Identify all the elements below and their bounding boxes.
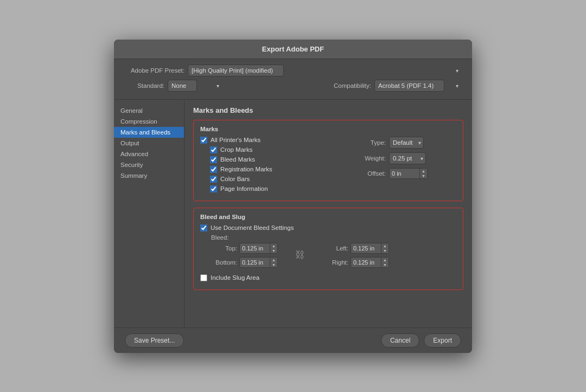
sidebar-item-output[interactable]: Output bbox=[114, 138, 184, 149]
sidebar-item-summary[interactable]: Summary bbox=[114, 170, 184, 181]
sidebar-item-marks-and-bleeds[interactable]: Marks and Bleeds bbox=[114, 127, 184, 138]
right-input[interactable] bbox=[351, 259, 381, 266]
marks-layout: All Printer's Marks Crop Marks Bleed Mar… bbox=[200, 137, 456, 195]
all-printers-marks-checkbox[interactable] bbox=[200, 137, 207, 144]
type-select[interactable]: Default J Mark Roman bbox=[389, 137, 424, 149]
registration-marks-label[interactable]: Registration Marks bbox=[220, 166, 272, 172]
weight-select[interactable]: 0.125 pt 0.25 pt 0.50 pt bbox=[389, 152, 426, 164]
type-select-wrapper: Default J Mark Roman bbox=[389, 137, 424, 149]
use-doc-bleed-checkbox[interactable] bbox=[200, 224, 207, 232]
cancel-button[interactable]: Cancel bbox=[381, 333, 419, 348]
offset-spinbox: ▲ ▼ bbox=[389, 168, 428, 179]
offset-down-button[interactable]: ▼ bbox=[420, 173, 427, 178]
standard-select[interactable]: None bbox=[168, 80, 197, 92]
sidebar-item-security[interactable]: Security bbox=[114, 159, 184, 170]
crop-marks-row: Crop Marks bbox=[210, 146, 351, 153]
include-slug-label[interactable]: Include Slug Area bbox=[211, 274, 259, 281]
right-label: Right: bbox=[322, 259, 348, 266]
right-up-button[interactable]: ▲ bbox=[381, 258, 388, 262]
top-arrows: ▲ ▼ bbox=[270, 243, 277, 253]
preset-select[interactable]: [High Quality Print] (modified) bbox=[188, 65, 284, 76]
top-input[interactable] bbox=[240, 245, 270, 252]
sidebar-item-general[interactable]: General bbox=[114, 105, 184, 116]
bleed-marks-checkbox[interactable] bbox=[210, 156, 217, 163]
bottom-label: Bottom: bbox=[211, 259, 237, 266]
top-up-button[interactable]: ▲ bbox=[270, 243, 277, 248]
dialog-title: Export Adobe PDF bbox=[114, 40, 472, 59]
use-doc-bleed-row: Use Document Bleed Settings bbox=[200, 224, 456, 232]
standard-label: Standard: bbox=[125, 82, 164, 89]
save-preset-button[interactable]: Save Preset... bbox=[125, 333, 184, 348]
page-information-checkbox[interactable] bbox=[210, 185, 217, 192]
preset-select-wrapper: [High Quality Print] (modified) bbox=[188, 65, 461, 76]
color-bars-label[interactable]: Color Bars bbox=[220, 176, 250, 182]
export-pdf-dialog: Export Adobe PDF Adobe PDF Preset: [High… bbox=[114, 40, 472, 353]
bottom-spinbox: ▲ ▼ bbox=[239, 257, 278, 268]
offset-up-button[interactable]: ▲ bbox=[420, 169, 427, 173]
page-information-label[interactable]: Page Information bbox=[220, 185, 268, 192]
offset-input[interactable] bbox=[390, 170, 419, 177]
registration-marks-row: Registration Marks bbox=[210, 166, 351, 173]
export-button[interactable]: Export bbox=[424, 333, 461, 348]
preset-row: Adobe PDF Preset: [High Quality Print] (… bbox=[125, 65, 461, 76]
left-up-button[interactable]: ▲ bbox=[381, 243, 388, 248]
bleed-slug-group: Bleed and Slug Use Document Bleed Settin… bbox=[193, 208, 463, 290]
footer-left: Save Preset... bbox=[125, 333, 381, 348]
bottom-input[interactable] bbox=[240, 259, 270, 266]
bleed-slug-title: Bleed and Slug bbox=[200, 214, 456, 220]
include-slug-row: Include Slug Area bbox=[200, 274, 456, 281]
color-bars-row: Color Bars bbox=[210, 176, 351, 183]
preset-label: Adobe PDF Preset: bbox=[125, 67, 184, 74]
left-down-button[interactable]: ▼ bbox=[381, 248, 388, 253]
registration-marks-checkbox[interactable] bbox=[210, 166, 217, 173]
sidebar: General Compression Marks and Bleeds Out… bbox=[114, 100, 184, 327]
compatibility-label: Compatibility: bbox=[334, 82, 371, 89]
marks-side-controls: Type: Default J Mark Roman We bbox=[356, 137, 456, 195]
use-doc-bleed-label[interactable]: Use Document Bleed Settings bbox=[211, 224, 294, 231]
link-icon: ⛓ bbox=[296, 249, 304, 261]
marks-checkboxes: All Printer's Marks Crop Marks Bleed Mar… bbox=[200, 137, 351, 195]
marks-group: Marks All Printer's Marks Crop Marks bbox=[193, 120, 463, 201]
bottom-arrows: ▲ ▼ bbox=[270, 258, 277, 267]
bottom-down-button[interactable]: ▼ bbox=[270, 262, 277, 267]
all-printers-marks-label[interactable]: All Printer's Marks bbox=[211, 137, 260, 143]
main-content: Marks and Bleeds Marks All Printer's Mar… bbox=[184, 100, 472, 327]
standard-row: Standard: None Compatibility: Acrobat 5 … bbox=[125, 80, 461, 92]
top-spinbox: ▲ ▼ bbox=[239, 243, 278, 254]
page-information-row: Page Information bbox=[210, 185, 351, 192]
crop-marks-label[interactable]: Crop Marks bbox=[220, 146, 252, 153]
compatibility-select-wrapper: Acrobat 5 (PDF 1.4) bbox=[374, 80, 461, 92]
body-area: General Compression Marks and Bleeds Out… bbox=[114, 100, 472, 327]
top-down-button[interactable]: ▼ bbox=[270, 248, 277, 253]
right-spinbox: ▲ ▼ bbox=[351, 257, 389, 268]
left-label: Left: bbox=[322, 245, 348, 252]
right-arrows: ▲ ▼ bbox=[381, 258, 388, 267]
offset-row: Offset: ▲ ▼ bbox=[356, 168, 456, 179]
section-title: Marks and Bleeds bbox=[193, 106, 463, 114]
left-input[interactable] bbox=[351, 245, 381, 252]
right-down-button[interactable]: ▼ bbox=[381, 262, 388, 267]
bleed-marks-label[interactable]: Bleed Marks bbox=[220, 156, 255, 163]
footer: Save Preset... Cancel Export bbox=[114, 327, 472, 353]
sidebar-item-compression[interactable]: Compression bbox=[114, 116, 184, 127]
marks-group-title: Marks bbox=[200, 126, 456, 132]
include-slug-checkbox[interactable] bbox=[200, 274, 207, 281]
bleed-marks-row: Bleed Marks bbox=[210, 156, 351, 163]
weight-select-wrapper: 0.125 pt 0.25 pt 0.50 pt bbox=[389, 152, 426, 164]
type-label: Type: bbox=[356, 139, 386, 146]
weight-row: Weight: 0.125 pt 0.25 pt 0.50 pt bbox=[356, 152, 456, 164]
offset-arrows: ▲ ▼ bbox=[419, 169, 427, 178]
crop-marks-checkbox[interactable] bbox=[210, 146, 217, 153]
compatibility-select[interactable]: Acrobat 5 (PDF 1.4) bbox=[374, 80, 444, 92]
left-field: Left: ▲ ▼ bbox=[322, 243, 389, 254]
color-bars-checkbox[interactable] bbox=[210, 176, 217, 183]
top-field: Top: ▲ ▼ bbox=[211, 243, 278, 254]
standard-select-wrapper: None bbox=[168, 80, 222, 92]
sidebar-item-advanced[interactable]: Advanced bbox=[114, 149, 184, 159]
left-arrows: ▲ ▼ bbox=[381, 243, 388, 253]
top-controls: Adobe PDF Preset: [High Quality Print] (… bbox=[114, 59, 472, 100]
weight-label: Weight: bbox=[356, 155, 386, 162]
footer-right: Cancel Export bbox=[381, 333, 461, 348]
offset-label: Offset: bbox=[356, 170, 386, 177]
bottom-up-button[interactable]: ▲ bbox=[270, 258, 277, 262]
